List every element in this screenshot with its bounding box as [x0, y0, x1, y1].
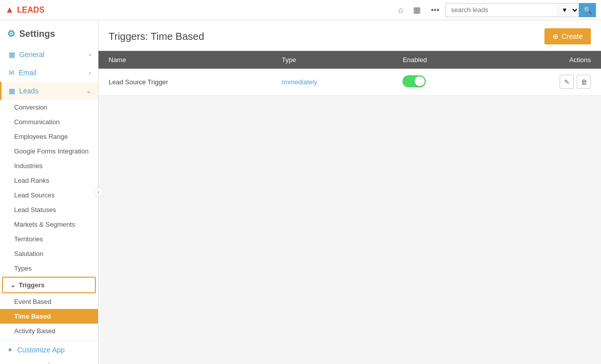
nav-icons-group: ⌂ ▦ ••• ▼ 🔍: [394, 3, 596, 17]
sidebar-triggers-header[interactable]: ⌄ Triggers: [2, 277, 96, 293]
col-type: Type: [272, 51, 392, 69]
chevron-down-icon: ⌄: [86, 88, 91, 94]
col-enabled: Enabled: [392, 51, 489, 69]
triggers-subnav: Event Based Time Based Activity Based: [0, 294, 98, 338]
search-input[interactable]: [445, 3, 557, 17]
sidebar-collapse-button[interactable]: ‹: [93, 187, 104, 197]
leads-icon: ▦: [9, 87, 15, 95]
search-button[interactable]: 🔍: [579, 3, 596, 17]
more-icon: •••: [431, 6, 439, 15]
row-actions: ✎ 🗑: [489, 69, 601, 95]
customize-label: Customize App: [17, 346, 65, 354]
table-row: Lead Source Trigger Immediately ✎: [98, 69, 601, 95]
sidebar: ⚙ Settings ▦ General › ✉ Email › ▦ Leads…: [0, 20, 98, 364]
sidebar-subitem-territories[interactable]: Territories: [0, 232, 98, 246]
sidebar-subitem-industries[interactable]: Industries: [0, 159, 98, 173]
toggle-slider: [403, 75, 426, 87]
settings-icon: ⚙: [7, 28, 15, 39]
search-area: ▼ 🔍: [445, 3, 596, 17]
leads-label: Leads: [19, 87, 38, 95]
sidebar-subitem-lead-ranks[interactable]: Lead Ranks: [0, 173, 98, 188]
search-icon: 🔍: [583, 6, 592, 14]
delete-button[interactable]: 🗑: [577, 75, 591, 89]
chevron-down-triggers-icon: ⌄: [10, 281, 16, 289]
row-name: Lead Source Trigger: [98, 69, 272, 95]
col-actions: Actions: [489, 51, 601, 69]
sidebar-subitem-lead-sources[interactable]: Lead Sources: [0, 188, 98, 202]
col-name: Name: [98, 51, 272, 69]
content-header: Triggers: Time Based ⊕ Create: [98, 20, 601, 51]
general-label: General: [19, 50, 44, 59]
sidebar-subitem-activity-based[interactable]: Activity Based: [0, 324, 98, 338]
chevron-right-icon: ›: [89, 51, 91, 58]
page-title: Triggers: Time Based: [109, 31, 204, 42]
general-icon: ▦: [9, 50, 15, 59]
triggers-table: Name Type Enabled Actions Lead Source Tr…: [98, 51, 601, 95]
email-icon: ✉: [9, 69, 15, 77]
app-layout: ⚙ Settings ▦ General › ✉ Email › ▦ Leads…: [0, 20, 601, 364]
app-logo-area: ▲ LEADS: [5, 5, 56, 15]
edit-button[interactable]: ✎: [560, 75, 574, 89]
trash-icon: 🗑: [581, 78, 587, 86]
sidebar-subitem-conversion[interactable]: Conversion: [0, 100, 98, 115]
action-buttons: ✎ 🗑: [499, 75, 591, 89]
create-button[interactable]: ⊕ Create: [544, 28, 591, 44]
sidebar-subitem-time-based[interactable]: Time Based: [0, 309, 98, 324]
table-body: Lead Source Trigger Immediately ✎: [98, 69, 601, 95]
main-content: Triggers: Time Based ⊕ Create Name Type …: [98, 20, 601, 364]
home-button[interactable]: ⌂: [394, 4, 408, 17]
top-navigation: ▲ LEADS ⌂ ▦ ••• ▼ 🔍: [0, 0, 601, 20]
edit-icon: ✎: [564, 78, 570, 86]
sidebar-item-leads[interactable]: ▦ Leads ⌄: [0, 82, 98, 100]
sidebar-item-email[interactable]: ✉ Email ›: [0, 64, 98, 82]
search-dropdown[interactable]: ▼: [557, 3, 579, 17]
chart-button[interactable]: ▦: [409, 3, 425, 17]
sidebar-subitem-markets[interactable]: Markets & Segments: [0, 217, 98, 232]
app-title: LEADS: [17, 6, 44, 15]
leads-subnav: Conversion Communication Employees Range…: [0, 100, 98, 276]
logo-icon: ▲: [5, 5, 14, 15]
more-button[interactable]: •••: [427, 4, 443, 17]
customize-icon: ✦: [7, 346, 13, 354]
sidebar-item-customize[interactable]: ✦ Customize App: [0, 340, 98, 359]
sidebar-subitem-lead-statuses[interactable]: Lead Statuses: [0, 202, 98, 217]
sidebar-subitem-employees-range[interactable]: Employees Range: [0, 129, 98, 144]
settings-label: Settings: [19, 29, 55, 39]
chart-icon: ▦: [413, 5, 421, 15]
sidebar-title: ⚙ Settings: [0, 20, 98, 45]
sidebar-subitem-types[interactable]: Types: [0, 261, 98, 276]
plus-icon: ⊕: [553, 32, 559, 40]
sidebar-subitem-event-based[interactable]: Event Based: [0, 294, 98, 309]
sidebar-subitem-salutation[interactable]: Salutation: [0, 246, 98, 261]
sidebar-item-general[interactable]: ▦ General ›: [0, 45, 98, 64]
sidebar-subitem-google-forms[interactable]: Google Forms Integration: [0, 144, 98, 159]
expand-arrow[interactable]: ›: [0, 359, 98, 364]
chevron-right-icon-2: ›: [89, 70, 91, 76]
home-icon: ⌂: [398, 6, 404, 15]
table-header: Name Type Enabled Actions: [98, 51, 601, 69]
row-enabled: [392, 69, 489, 95]
sidebar-subitem-communication[interactable]: Communication: [0, 115, 98, 129]
create-label: Create: [562, 32, 583, 40]
triggers-label: Triggers: [19, 281, 44, 289]
enabled-toggle[interactable]: [403, 75, 426, 87]
email-label: Email: [19, 69, 36, 77]
row-type: Immediately: [272, 69, 392, 95]
